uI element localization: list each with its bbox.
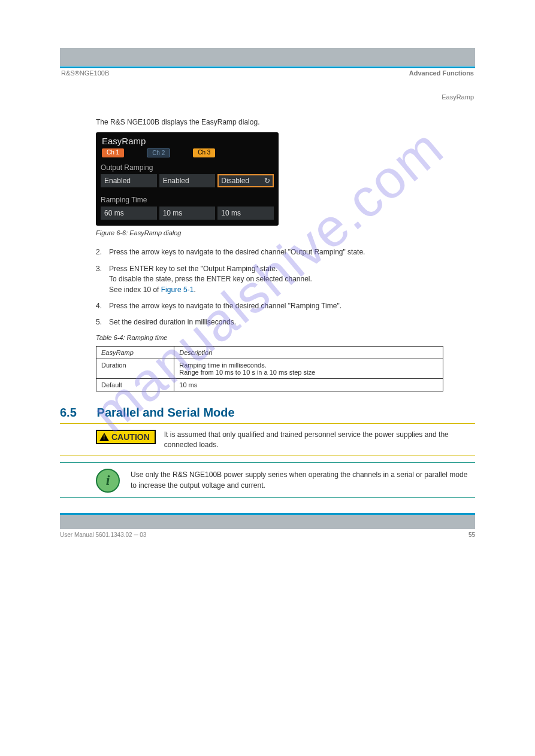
channel-badge-2[interactable]: Ch 2 (147, 148, 170, 157)
section-heading: 6.5 Parallel and Serial Mode (60, 406, 475, 420)
ramping-time-ch1[interactable]: 60 ms (101, 207, 157, 220)
header-section: Advanced Functions (409, 69, 474, 77)
step-2-num: 2. (96, 247, 109, 257)
divider (60, 423, 475, 424)
divider (60, 456, 475, 456)
dialog-title: EasyRamp (101, 136, 274, 146)
caution-block: CAUTION It is assumed that only qualifie… (96, 430, 475, 451)
body: The R&S NGE100B displays the EasyRamp di… (96, 117, 475, 391)
info-icon: i (96, 469, 120, 493)
figure-link[interactable]: Figure 5-1 (161, 286, 194, 294)
table-header-1: Description (174, 346, 443, 359)
header-row: R&S®NGE100B Advanced Functions EasyRamp (61, 69, 474, 101)
footer-row: User Manual 5601.1343.02 ─ 03 55 (60, 532, 475, 538)
ramping-state-ch1[interactable]: Enabled (101, 174, 157, 187)
refresh-icon: ↻ (264, 177, 270, 185)
easyramp-dialog: EasyRamp Ch 1 Ch 2 Ch 3 Output Ramping E… (96, 132, 279, 226)
figure-caption: Figure 6-6: EasyRamp dialog (96, 229, 475, 236)
step-3-num: 3. (96, 264, 109, 295)
step-3-tail: . (194, 286, 195, 294)
table-row: EasyRamp Description (96, 346, 443, 359)
table-row: Default 10 ms (96, 378, 443, 391)
channel-badge-3[interactable]: Ch 3 (193, 148, 215, 157)
ramping-time-label: Ramping Time (101, 196, 274, 204)
channel-row: Ch 1 Ch 2 Ch 3 (101, 148, 274, 157)
step-3: 3. Press ENTER key to set the "Output Ra… (96, 264, 475, 295)
step-5: 5. Set the desired duration in milliseco… (96, 317, 475, 327)
ramping-state-ch3[interactable]: Disabled ↻ (217, 174, 274, 187)
step-2-text: Press the arrow keys to navigate to the … (109, 247, 365, 257)
footer-bar (60, 515, 475, 529)
divider (60, 497, 475, 498)
warning-icon (99, 433, 109, 441)
output-ramping-row: Enabled Enabled Disabled ↻ (101, 174, 274, 187)
header-product: R&S®NGE100B (61, 69, 109, 101)
header-bar (60, 48, 475, 66)
table-cell: 10 ms (174, 378, 443, 391)
table-cell: Duration (96, 359, 174, 378)
header-subsection: EasyRamp (409, 93, 474, 101)
footer-doc-id: User Manual 5601.1343.02 ─ 03 (60, 532, 146, 538)
step-3-text: Press ENTER key to set the "Output Rampi… (109, 265, 312, 294)
intro-text: The R&S NGE100B displays the EasyRamp di… (96, 117, 475, 127)
table-row: Duration Ramping time in milliseconds. R… (96, 359, 443, 378)
section-number: 6.5 (60, 406, 93, 420)
output-ramping-label: Output Ramping (101, 163, 274, 172)
caution-label: CAUTION (111, 432, 150, 442)
channel-badge-1[interactable]: Ch 1 (102, 148, 124, 157)
table-cell: Default (96, 378, 174, 391)
divider (60, 462, 475, 463)
step-4-text: Press the arrow keys to navigate to the … (109, 301, 341, 311)
step-4-num: 4. (96, 301, 109, 311)
ramping-state-ch2[interactable]: Enabled (159, 174, 216, 187)
step-2: 2. Press the arrow keys to navigate to t… (96, 247, 475, 257)
ramping-time-ch2[interactable]: 10 ms (159, 207, 216, 220)
step-5-num: 5. (96, 317, 109, 327)
info-text: Use only the R&S NGE100B power supply se… (131, 470, 475, 491)
page-container: R&S®NGE100B Advanced Functions EasyRamp … (0, 0, 535, 562)
page-number: 55 (468, 532, 475, 538)
ramping-time-row: 60 ms 10 ms 10 ms (101, 207, 274, 220)
step-5-text: Set the desired duration in milliseconds… (109, 317, 236, 327)
ramping-time-ch3[interactable]: 10 ms (217, 207, 274, 220)
caution-badge: CAUTION (96, 430, 156, 444)
caution-text: It is assumed that only qualified and tr… (164, 430, 475, 451)
ramping-state-ch3-value: Disabled (221, 177, 249, 185)
footer: User Manual 5601.1343.02 ─ 03 55 (60, 515, 475, 538)
table-cell: Ramping time in milliseconds. Range from… (174, 359, 443, 378)
step-4: 4. Press the arrow keys to navigate to t… (96, 301, 475, 311)
table-caption: Table 6-4: Ramping time (96, 334, 475, 341)
ramping-time-table: EasyRamp Description Duration Ramping ti… (96, 346, 443, 391)
table-header-0: EasyRamp (96, 346, 174, 359)
info-block: i Use only the R&S NGE100B power supply … (96, 469, 475, 493)
section-title: Parallel and Serial Mode (97, 406, 235, 419)
